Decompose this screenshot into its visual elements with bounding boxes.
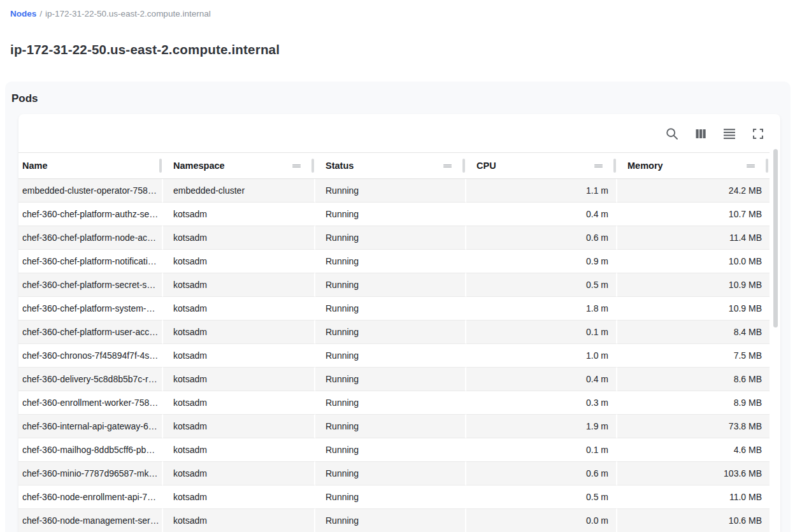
cell-name: chef-360-enrollment-worker-758… [18,391,163,415]
toggle-fullscreen-button[interactable] [748,124,768,143]
cell-memory: 10.6 MB [617,509,770,532]
pod-row: chef-360-chef-platform-node-ac…kotsadmRu… [18,226,770,250]
cell-namespace: kotsadm [163,226,315,250]
pod-row: chef-360-chef-platform-secret-s…kotsadmR… [18,273,770,297]
cell-memory: 7.5 MB [617,344,770,368]
search-button[interactable] [662,124,682,143]
column-header-label: Namespace [173,161,225,171]
cell-memory: 24.2 MB [617,179,770,203]
cell-memory: 11.0 MB [617,485,770,509]
cell-status: Running [315,415,466,438]
column-resize-handle[interactable] [766,159,768,173]
pod-row: chef-360-chef-platform-authz-se…kotsadmR… [18,203,770,226]
cell-name: chef-360-chef-platform-node-ac… [18,226,163,250]
page-title: ip-172-31-22-50.us-east-2.compute.intern… [10,42,792,57]
toggle-density-button[interactable] [720,124,739,143]
pods-table-container: Name Namespace Status [18,114,780,532]
cell-status: Running [315,509,466,532]
column-header-namespace[interactable]: Namespace [163,153,315,179]
cell-status: Running [315,462,466,485]
column-header-cpu[interactable]: CPU [466,153,617,179]
cell-cpu: 1.8 m [466,297,617,320]
breadcrumb: Nodes / ip-172-31-22-50.us-east-2.comput… [0,0,802,18]
cell-status: Running [315,273,466,297]
cell-status: Running [315,368,466,391]
pod-row: chef-360-mailhog-8ddb5cff6-pb…kotsadmRun… [18,438,770,462]
cell-namespace: embedded-cluster [163,179,315,203]
column-header-label: Memory [627,161,663,171]
cell-cpu: 0.6 m [466,226,617,250]
cell-name: chef-360-minio-7787d96587-mk… [18,462,163,485]
cell-status: Running [315,179,466,203]
show-hide-columns-icon [693,126,708,141]
cell-namespace: kotsadm [163,250,315,273]
show-hide-columns-button[interactable] [691,124,710,143]
cell-status: Running [315,391,466,415]
cell-namespace: kotsadm [163,273,315,297]
pod-row: chef-360-node-enrollment-api-7…kotsadmRu… [18,485,770,509]
cell-namespace: kotsadm [163,485,315,509]
cell-memory: 10.9 MB [617,297,770,320]
cell-cpu: 0.1 m [466,320,617,344]
cell-cpu: 1.1 m [466,179,617,203]
pod-row: chef-360-minio-7787d96587-mk…kotsadmRunn… [18,462,770,485]
cell-status: Running [315,344,466,368]
search-icon [664,126,680,141]
pod-row: chef-360-delivery-5c8d8b5b7c-r…kotsadmRu… [18,368,770,391]
cell-cpu: 1.9 m [466,415,617,438]
breadcrumb-separator: / [39,9,42,18]
cell-name: chef-360-internal-api-gateway-6… [18,415,163,438]
breadcrumb-current: ip-172-31-22-50.us-east-2.compute.intern… [45,9,211,18]
column-drag-handle-icon[interactable] [290,160,303,172]
cell-namespace: kotsadm [163,509,315,532]
cell-cpu: 0.5 m [466,273,617,297]
cell-memory: 10.9 MB [617,273,770,297]
cell-cpu: 0.4 m [466,368,617,391]
column-resize-handle[interactable] [159,159,162,173]
table-header-row: Name Namespace Status [18,153,770,179]
pod-row: chef-360-chef-platform-notificati…kotsad… [18,250,770,273]
cell-namespace: kotsadm [163,344,315,368]
column-header-status[interactable]: Status [315,153,466,179]
cell-memory: 4.6 MB [617,438,770,462]
cell-cpu: 1.0 m [466,344,617,368]
toggle-density-icon [722,126,737,141]
toggle-fullscreen-icon [750,126,766,141]
cell-name: chef-360-chef-platform-authz-se… [18,203,163,226]
cell-status: Running [315,226,466,250]
column-header-label: CPU [476,161,496,171]
cell-memory: 8.9 MB [617,391,770,415]
cell-name: chef-360-chef-platform-user-acc… [18,320,163,344]
column-drag-handle-icon[interactable] [745,160,757,172]
vertical-scrollbar-thumb[interactable] [773,149,778,327]
table-toolbar [18,114,780,152]
column-resize-handle[interactable] [311,159,314,173]
pod-row: chef-360-internal-api-gateway-6…kotsadmR… [18,415,770,438]
column-drag-handle-icon[interactable] [592,160,605,172]
cell-namespace: kotsadm [163,203,315,226]
column-header-label: Status [326,161,354,171]
column-resize-handle[interactable] [613,159,616,173]
cell-cpu: 0.1 m [466,438,617,462]
cell-memory: 8.6 MB [617,368,770,391]
column-resize-handle[interactable] [462,159,465,173]
column-header-memory[interactable]: Memory [617,153,770,179]
cell-namespace: kotsadm [163,368,315,391]
cell-memory: 11.4 MB [617,226,770,250]
cell-memory: 73.8 MB [617,415,770,438]
column-header-name[interactable]: Name [18,153,163,179]
cell-cpu: 0.3 m [466,391,617,415]
cell-status: Running [315,438,466,462]
cell-name: chef-360-chef-platform-notificati… [18,250,163,273]
pod-row: chef-360-chef-platform-user-acc…kotsadmR… [18,320,770,344]
cell-namespace: kotsadm [163,391,315,415]
cell-memory: 10.0 MB [617,250,770,273]
cell-status: Running [315,320,466,344]
cell-namespace: kotsadm [163,462,315,485]
cell-cpu: 0.6 m [466,462,617,485]
column-header-label: Name [22,161,48,171]
breadcrumb-link-nodes[interactable]: Nodes [10,9,36,18]
cell-memory: 8.4 MB [617,320,770,344]
column-drag-handle-icon[interactable] [441,160,454,172]
pod-row: chef-360-node-management-ser…kotsadmRunn… [18,509,770,532]
